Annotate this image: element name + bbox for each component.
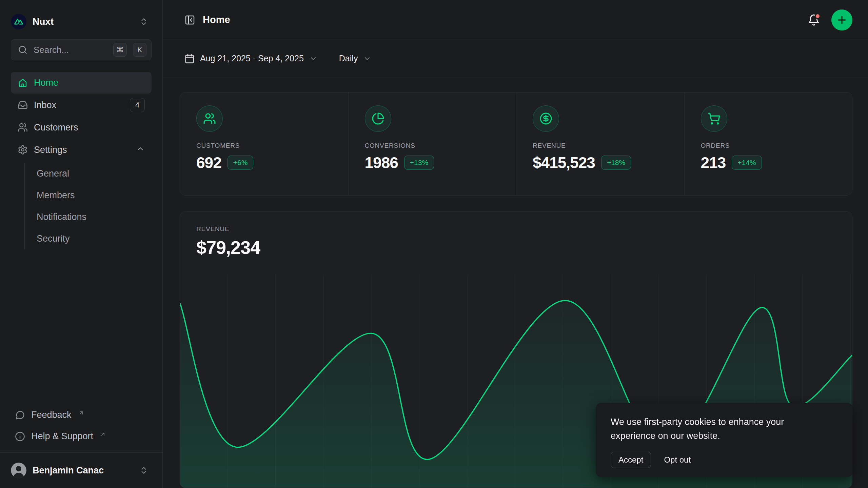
workspace-selector[interactable]: Nuxt <box>11 7 152 37</box>
controls-row: Aug 21, 2025 - Sep 4, 2025 Daily <box>163 40 868 77</box>
sidebar-item-label: Customers <box>34 122 78 133</box>
collapse-sidebar-button[interactable] <box>184 15 195 25</box>
chat-bubble-icon <box>15 410 25 420</box>
sidebar-item-home[interactable]: Home <box>11 72 152 94</box>
cookie-banner: We use first-party cookies to enhance yo… <box>596 403 853 477</box>
accept-cookies-button[interactable]: Accept <box>611 452 651 468</box>
inbox-icon <box>18 100 28 110</box>
pie-chart-icon <box>365 105 391 132</box>
chevron-up-icon <box>136 144 145 156</box>
users-icon <box>196 105 223 132</box>
stat-revenue: REVENUE $415,523 +18% <box>516 93 684 195</box>
sidebar-item-settings[interactable]: Settings <box>11 139 152 161</box>
stat-value: 213 <box>701 154 726 172</box>
help-support-link[interactable]: Help & Support <box>11 426 152 447</box>
sidebar-subitem-general[interactable]: General <box>25 163 152 184</box>
revenue-panel-value: $79,234 <box>196 237 836 258</box>
date-range-value: Aug 21, 2025 - Sep 4, 2025 <box>200 54 304 63</box>
period-select[interactable]: Daily <box>339 54 372 63</box>
home-icon <box>18 78 28 88</box>
stat-label: ORDERS <box>701 142 852 149</box>
cart-icon <box>701 105 727 132</box>
sidebar-item-label: Inbox <box>34 100 56 110</box>
topbar: Home <box>163 0 868 40</box>
stat-customers: CUSTOMERS 692 +6% <box>180 93 348 195</box>
sidebar-item-inbox[interactable]: Inbox 4 <box>11 94 152 116</box>
user-menu[interactable]: Benjamin Canac <box>11 459 152 482</box>
add-button[interactable] <box>831 9 852 30</box>
sidebar-subitem-notifications[interactable]: Notifications <box>25 206 152 228</box>
feedback-label: Feedback <box>31 410 72 420</box>
stat-value: 1986 <box>365 154 398 172</box>
revenue-panel-label: REVENUE <box>196 225 836 233</box>
period-value: Daily <box>339 54 358 63</box>
stat-change-badge: +18% <box>601 156 631 170</box>
notification-dot <box>815 13 821 19</box>
stat-value: 692 <box>196 154 221 172</box>
external-link-icon <box>78 408 84 418</box>
stat-change-badge: +13% <box>404 156 434 170</box>
app-name: Nuxt <box>33 16 54 27</box>
external-link-icon <box>100 429 106 440</box>
sidebar-subitem-security[interactable]: Security <box>25 228 152 249</box>
sidebar-item-label: Home <box>34 78 58 88</box>
gear-icon <box>18 145 28 155</box>
sidebar-item-label: Settings <box>34 145 67 155</box>
cookie-message: We use first-party cookies to enhance yo… <box>611 415 814 443</box>
stat-conversions: CONVERSIONS 1986 +13% <box>348 93 516 195</box>
chevrons-up-down-icon <box>139 466 148 475</box>
dollar-circle-icon <box>533 105 559 132</box>
stat-orders: ORDERS 213 +14% <box>684 93 852 195</box>
chevrons-up-down-icon[interactable] <box>139 17 148 26</box>
sidebar-nav: Home Inbox 4 Customers Settings General <box>11 72 152 249</box>
stat-label: CONVERSIONS <box>365 142 516 149</box>
stat-change-badge: +6% <box>228 156 254 170</box>
panel-left-close-icon <box>184 15 195 25</box>
info-icon <box>15 431 25 442</box>
nuxt-logo-icon <box>11 14 26 29</box>
help-support-label: Help & Support <box>31 431 93 442</box>
users-icon <box>18 122 28 133</box>
optout-cookies-button[interactable]: Opt out <box>663 452 692 468</box>
kbd-k: K <box>133 43 146 57</box>
notifications-button[interactable] <box>808 14 820 26</box>
sidebar-subitem-members[interactable]: Members <box>25 184 152 206</box>
search-icon <box>18 45 27 55</box>
user-name: Benjamin Canac <box>33 465 104 476</box>
chevron-down-icon <box>363 55 371 63</box>
stats-card: CUSTOMERS 692 +6% CONVERSIONS 1986 +13% <box>180 92 852 196</box>
sidebar-item-customers[interactable]: Customers <box>11 117 152 138</box>
avatar <box>11 463 26 478</box>
stat-label: REVENUE <box>533 142 684 149</box>
search-input[interactable]: Search... ⌘ K <box>11 39 152 60</box>
search-placeholder: Search... <box>34 45 107 55</box>
feedback-link[interactable]: Feedback <box>11 404 152 426</box>
stat-value: $415,523 <box>533 154 595 172</box>
stat-change-badge: +14% <box>732 156 762 170</box>
plus-icon <box>836 14 848 26</box>
chevron-down-icon <box>309 55 317 63</box>
date-range-picker[interactable]: Aug 21, 2025 - Sep 4, 2025 <box>184 54 317 64</box>
stat-label: CUSTOMERS <box>196 142 348 149</box>
kbd-meta: ⌘ <box>113 43 127 57</box>
calendar-icon <box>184 54 195 64</box>
page-title: Home <box>203 14 230 25</box>
settings-submenu: General Members Notifications Security <box>24 163 152 249</box>
inbox-count-badge: 4 <box>130 98 145 112</box>
sidebar: Nuxt Search... ⌘ K Home Inbox 4 Cust <box>0 0 163 488</box>
